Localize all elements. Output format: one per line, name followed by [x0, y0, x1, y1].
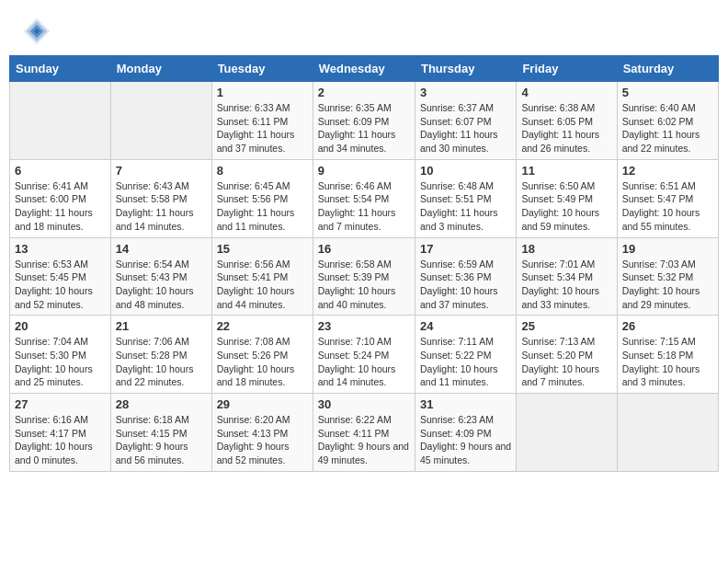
- day-info: Sunrise: 6:40 AM Sunset: 6:02 PM Dayligh…: [622, 101, 713, 155]
- weekday-header-friday: Friday: [517, 56, 617, 82]
- calendar-cell: 6Sunrise: 6:41 AM Sunset: 6:00 PM Daylig…: [10, 159, 111, 237]
- day-info: Sunrise: 6:54 AM Sunset: 5:43 PM Dayligh…: [116, 258, 207, 312]
- day-info: Sunrise: 6:23 AM Sunset: 4:09 PM Dayligh…: [420, 413, 511, 467]
- calendar-cell: 17Sunrise: 6:59 AM Sunset: 5:36 PM Dayli…: [415, 237, 516, 316]
- day-number: 16: [318, 242, 410, 256]
- calendar-week-row: 1Sunrise: 6:33 AM Sunset: 6:11 PM Daylig…: [10, 82, 719, 160]
- weekday-header-tuesday: Tuesday: [211, 56, 313, 82]
- calendar-cell: 24Sunrise: 7:11 AM Sunset: 5:22 PM Dayli…: [415, 316, 516, 394]
- day-number: 26: [622, 319, 713, 333]
- day-number: 6: [15, 164, 106, 178]
- day-number: 2: [318, 86, 410, 99]
- logo-icon: [22, 17, 51, 46]
- day-info: Sunrise: 6:53 AM Sunset: 5:45 PM Dayligh…: [15, 258, 106, 312]
- weekday-header-row: SundayMondayTuesdayWednesdayThursdayFrid…: [10, 56, 719, 82]
- day-info: Sunrise: 6:37 AM Sunset: 6:07 PM Dayligh…: [420, 101, 511, 155]
- day-number: 11: [521, 164, 611, 178]
- calendar-cell: 5Sunrise: 6:40 AM Sunset: 6:02 PM Daylig…: [617, 82, 718, 160]
- calendar-body: 1Sunrise: 6:33 AM Sunset: 6:11 PM Daylig…: [10, 82, 719, 472]
- calendar-cell: 21Sunrise: 7:06 AM Sunset: 5:28 PM Dayli…: [110, 316, 211, 394]
- day-info: Sunrise: 6:41 AM Sunset: 6:00 PM Dayligh…: [15, 179, 106, 234]
- day-number: 17: [420, 242, 511, 256]
- day-info: Sunrise: 7:06 AM Sunset: 5:28 PM Dayligh…: [116, 335, 207, 389]
- calendar-cell: 4Sunrise: 6:38 AM Sunset: 6:05 PM Daylig…: [517, 82, 617, 160]
- day-number: 30: [318, 397, 410, 411]
- day-number: 10: [420, 164, 511, 178]
- calendar-cell: 12Sunrise: 6:51 AM Sunset: 5:47 PM Dayli…: [617, 159, 718, 237]
- calendar-cell: [617, 394, 718, 472]
- logo: [22, 17, 55, 46]
- day-info: Sunrise: 6:56 AM Sunset: 5:41 PM Dayligh…: [217, 258, 308, 312]
- day-info: Sunrise: 6:48 AM Sunset: 5:51 PM Dayligh…: [420, 179, 511, 234]
- calendar-cell: [10, 82, 111, 160]
- calendar-cell: [517, 394, 617, 472]
- day-number: 19: [622, 242, 713, 256]
- calendar-cell: 9Sunrise: 6:46 AM Sunset: 5:54 PM Daylig…: [313, 159, 415, 237]
- day-number: 22: [217, 319, 308, 333]
- calendar-week-row: 6Sunrise: 6:41 AM Sunset: 6:00 PM Daylig…: [10, 159, 719, 237]
- day-info: Sunrise: 6:46 AM Sunset: 5:54 PM Dayligh…: [318, 179, 410, 234]
- calendar-header: SundayMondayTuesdayWednesdayThursdayFrid…: [10, 56, 719, 82]
- calendar-cell: 7Sunrise: 6:43 AM Sunset: 5:58 PM Daylig…: [110, 159, 211, 237]
- day-number: 7: [116, 164, 207, 178]
- calendar-cell: 26Sunrise: 7:15 AM Sunset: 5:18 PM Dayli…: [617, 316, 718, 394]
- day-info: Sunrise: 6:43 AM Sunset: 5:58 PM Dayligh…: [116, 179, 207, 234]
- day-info: Sunrise: 7:11 AM Sunset: 5:22 PM Dayligh…: [420, 335, 511, 389]
- weekday-header-sunday: Sunday: [10, 56, 111, 82]
- day-number: 24: [420, 319, 511, 333]
- day-info: Sunrise: 6:59 AM Sunset: 5:36 PM Dayligh…: [420, 258, 511, 312]
- calendar-week-row: 27Sunrise: 6:16 AM Sunset: 4:17 PM Dayli…: [10, 394, 719, 472]
- page-header: [0, 0, 728, 55]
- day-number: 9: [318, 164, 410, 178]
- day-number: 21: [116, 319, 207, 333]
- day-number: 14: [116, 242, 207, 256]
- calendar-cell: 23Sunrise: 7:10 AM Sunset: 5:24 PM Dayli…: [313, 316, 415, 394]
- weekday-header-thursday: Thursday: [415, 56, 516, 82]
- day-number: 29: [217, 397, 308, 411]
- day-number: 27: [15, 397, 106, 411]
- weekday-header-monday: Monday: [110, 56, 211, 82]
- day-info: Sunrise: 6:16 AM Sunset: 4:17 PM Dayligh…: [15, 413, 106, 467]
- day-number: 28: [116, 397, 207, 411]
- day-info: Sunrise: 6:35 AM Sunset: 6:09 PM Dayligh…: [318, 101, 410, 155]
- day-info: Sunrise: 6:33 AM Sunset: 6:11 PM Dayligh…: [217, 101, 308, 155]
- day-number: 20: [15, 319, 106, 333]
- day-info: Sunrise: 6:38 AM Sunset: 6:05 PM Dayligh…: [521, 101, 611, 155]
- day-info: Sunrise: 6:45 AM Sunset: 5:56 PM Dayligh…: [217, 179, 308, 234]
- day-number: 8: [217, 164, 308, 178]
- calendar-week-row: 13Sunrise: 6:53 AM Sunset: 5:45 PM Dayli…: [10, 237, 719, 316]
- calendar-cell: [110, 82, 211, 160]
- calendar-cell: 29Sunrise: 6:20 AM Sunset: 4:13 PM Dayli…: [211, 394, 313, 472]
- day-info: Sunrise: 7:15 AM Sunset: 5:18 PM Dayligh…: [622, 335, 713, 389]
- day-number: 13: [15, 242, 106, 256]
- day-number: 18: [521, 242, 611, 256]
- calendar-cell: 13Sunrise: 6:53 AM Sunset: 5:45 PM Dayli…: [10, 237, 111, 316]
- calendar-cell: 10Sunrise: 6:48 AM Sunset: 5:51 PM Dayli…: [415, 159, 516, 237]
- calendar-cell: 8Sunrise: 6:45 AM Sunset: 5:56 PM Daylig…: [211, 159, 313, 237]
- calendar-cell: 19Sunrise: 7:03 AM Sunset: 5:32 PM Dayli…: [617, 237, 718, 316]
- day-info: Sunrise: 7:03 AM Sunset: 5:32 PM Dayligh…: [622, 258, 713, 312]
- day-info: Sunrise: 7:10 AM Sunset: 5:24 PM Dayligh…: [318, 335, 410, 389]
- calendar-cell: 28Sunrise: 6:18 AM Sunset: 4:15 PM Dayli…: [110, 394, 211, 472]
- calendar-cell: 31Sunrise: 6:23 AM Sunset: 4:09 PM Dayli…: [415, 394, 516, 472]
- day-number: 31: [420, 397, 511, 411]
- day-info: Sunrise: 6:58 AM Sunset: 5:39 PM Dayligh…: [318, 258, 410, 312]
- day-number: 3: [420, 86, 511, 99]
- day-info: Sunrise: 7:08 AM Sunset: 5:26 PM Dayligh…: [217, 335, 308, 389]
- day-info: Sunrise: 7:04 AM Sunset: 5:30 PM Dayligh…: [15, 335, 106, 389]
- day-info: Sunrise: 6:20 AM Sunset: 4:13 PM Dayligh…: [217, 413, 308, 467]
- day-info: Sunrise: 7:13 AM Sunset: 5:20 PM Dayligh…: [521, 335, 611, 389]
- day-info: Sunrise: 6:51 AM Sunset: 5:47 PM Dayligh…: [622, 179, 713, 234]
- calendar-cell: 3Sunrise: 6:37 AM Sunset: 6:07 PM Daylig…: [415, 82, 516, 160]
- day-number: 1: [217, 86, 308, 99]
- calendar-cell: 27Sunrise: 6:16 AM Sunset: 4:17 PM Dayli…: [10, 394, 111, 472]
- weekday-header-wednesday: Wednesday: [313, 56, 415, 82]
- day-number: 12: [622, 164, 713, 178]
- calendar-cell: 25Sunrise: 7:13 AM Sunset: 5:20 PM Dayli…: [517, 316, 617, 394]
- day-number: 23: [318, 319, 410, 333]
- day-info: Sunrise: 7:01 AM Sunset: 5:34 PM Dayligh…: [521, 258, 611, 312]
- day-number: 15: [217, 242, 308, 256]
- calendar-table: SundayMondayTuesdayWednesdayThursdayFrid…: [9, 55, 719, 472]
- weekday-header-saturday: Saturday: [617, 56, 718, 82]
- day-info: Sunrise: 6:18 AM Sunset: 4:15 PM Dayligh…: [116, 413, 207, 467]
